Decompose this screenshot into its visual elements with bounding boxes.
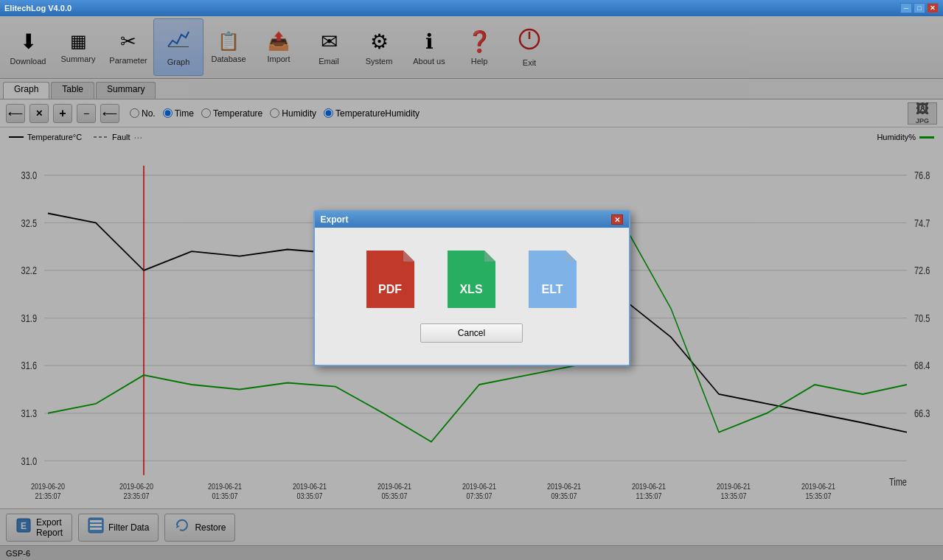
- export-dialog: Export ✕ PDF: [313, 210, 630, 366]
- export-pdf-button[interactable]: PDF: [365, 250, 417, 309]
- export-dialog-title: Export ✕: [315, 211, 629, 228]
- cancel-button[interactable]: Cancel: [420, 323, 523, 343]
- close-button[interactable]: ✕: [927, 3, 939, 13]
- title-bar-buttons: ─ □ ✕: [900, 3, 939, 13]
- svg-marker-58: [484, 251, 495, 262]
- title-bar: ElitechLog V4.0.0 ─ □ ✕: [0, 0, 943, 16]
- xls-icon: XLS: [446, 250, 498, 309]
- export-xls-button[interactable]: XLS: [446, 250, 498, 309]
- export-elt-button[interactable]: ELT: [527, 250, 579, 309]
- elt-icon: ELT: [527, 250, 579, 309]
- svg-marker-62: [566, 251, 577, 262]
- modal-overlay: Export ✕ PDF: [0, 16, 943, 560]
- svg-text:ELT: ELT: [541, 283, 563, 295]
- minimize-button[interactable]: ─: [900, 3, 912, 13]
- svg-text:PDF: PDF: [378, 283, 402, 295]
- svg-marker-54: [403, 251, 414, 262]
- export-dialog-close-button[interactable]: ✕: [611, 214, 623, 225]
- svg-text:XLS: XLS: [459, 283, 482, 295]
- export-dialog-title-text: Export: [321, 214, 349, 225]
- export-dialog-body: PDF XLS: [315, 228, 629, 365]
- maximize-button[interactable]: □: [914, 3, 925, 13]
- pdf-icon: PDF: [365, 250, 417, 309]
- export-icons-row: PDF XLS: [365, 250, 579, 309]
- app-title: ElitechLog V4.0.0: [4, 4, 72, 13]
